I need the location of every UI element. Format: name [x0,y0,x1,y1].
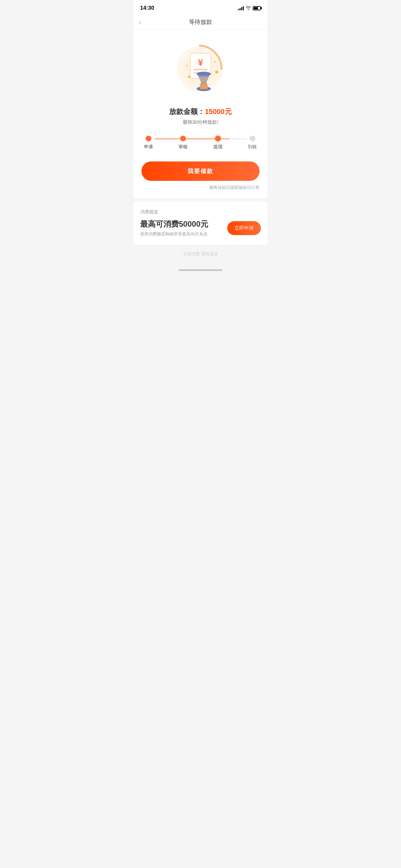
waiting-illustration: ¥ [172,40,229,98]
step-withdraw: 提现 [213,135,222,150]
credit-left: 最高可消费50000元 使用消费额度购物享受最高40天免息 [140,219,208,237]
step-dot-withdraw [215,135,221,142]
step-label-arrival: 到账 [248,144,257,150]
credit-amount: 最高可消费50000元 [140,219,208,229]
step-dot-arrival [250,135,255,142]
battery-icon [253,6,261,10]
page-title: 等待放款 [189,18,212,26]
svg-point-10 [214,61,216,63]
step-label-apply: 申请 [144,144,153,150]
section-gap [134,198,267,202]
step-apply: 申请 [144,135,153,150]
step-arrival: 到账 [248,135,257,150]
svg-rect-3 [193,69,208,70]
amount-subtitle: 最快30分钟放款! [142,119,259,125]
back-button[interactable]: ‹ [139,19,141,26]
credit-card: 消费额度 最高可消费50000元 使用消费额度购物享受最高40天免息 立即申请 [134,202,267,245]
credit-desc: 使用消费额度购物享受最高40天免息 [140,231,208,237]
step-dot-apply [146,135,151,142]
step-review: 审核 [179,135,188,150]
status-icons [238,6,261,10]
disclaimer: 最终还款日按照放款日计算 [142,185,259,190]
home-indicator-bar [179,269,222,271]
step-label-review: 审核 [179,144,188,150]
signal-icon [238,6,244,10]
svg-point-7 [188,75,190,78]
home-indicator [134,267,267,273]
svg-point-8 [186,65,188,66]
step-dot-review [180,135,186,142]
credit-card-body: 最高可消费50000元 使用消费额度购物享受最高40天免息 立即申请 [140,219,261,237]
credit-label: 消费额度 [140,209,261,215]
amount-section: 放款金额：15000元 最快30分钟放款! [142,107,259,125]
amount-value: 15000元 [205,107,232,116]
progress-steps: 申请 审核 提现 到账 [142,135,259,150]
urge-button[interactable]: 我要催款 [142,161,259,181]
status-bar: 14:30 [134,0,267,14]
status-time: 14:30 [140,5,154,11]
step-label-withdraw: 提现 [213,144,222,150]
svg-text:¥: ¥ [198,58,203,67]
footer: 合理消费 理性借贷 [134,245,267,267]
wifi-icon [246,6,251,10]
nav-bar: ‹ 等待放款 [134,14,267,30]
illustration-wrap: ¥ [142,40,259,98]
apply-now-button[interactable]: 立即申请 [227,221,261,235]
svg-point-9 [215,70,218,73]
amount-title: 放款金额：15000元 [142,107,259,117]
main-content: ¥ 放款金额：15000元 最快3 [134,30,267,198]
